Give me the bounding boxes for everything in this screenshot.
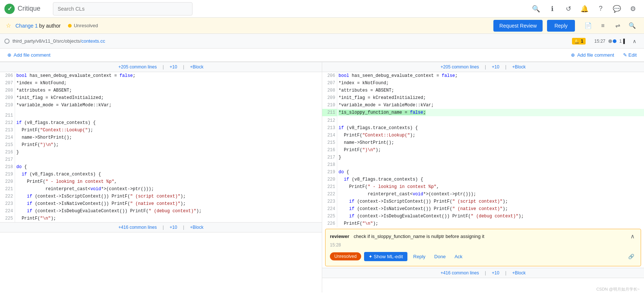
search-input[interactable] (53, 2, 193, 15)
line-content: PrintF("\n"); (15, 215, 322, 222)
diff-nav: 1 ▌ (608, 39, 626, 44)
table-row: 218do { (0, 163, 322, 171)
add-file-comment-button-right[interactable]: ⊕ Add file comment (568, 51, 617, 59)
table-row: 209*init_flag = kCreatedInitialized; (0, 94, 322, 102)
line-content: } (337, 154, 644, 161)
line-content (337, 161, 644, 168)
line-number: 224 (322, 205, 337, 213)
pencil-icon: ✎ (623, 52, 627, 58)
change-link[interactable]: Change 1 (15, 23, 38, 29)
merge-icon-btn[interactable]: ⇌ (612, 20, 623, 32)
common-lines-bottom-right-btn[interactable]: +416 common lines (438, 269, 482, 277)
common-lines-bottom-btn[interactable]: +416 common lines (115, 223, 159, 231)
link-icon-btn[interactable]: 🔗 (626, 251, 636, 262)
table-row: 207*index = kNotFound; (0, 79, 322, 87)
table-row: 208*attributes = ABSENT; (0, 87, 322, 94)
diff-dot-2 (613, 39, 616, 43)
add-comment-label-right: Add file comment (577, 52, 614, 58)
chat-icon-btn[interactable]: 💬 (610, 2, 623, 15)
unresolved-button[interactable]: Unresolved (330, 252, 361, 260)
line-number: 212 (322, 117, 337, 124)
line-number: 222 (322, 191, 337, 198)
table-row: 223 if (context->IsNativeContext()) Prin… (0, 200, 322, 207)
line-content: if (context->IsScriptContext()) PrintF("… (15, 193, 322, 200)
file-icon-btn[interactable]: 📄 (582, 20, 594, 32)
search2-icon-btn[interactable]: 🔍 (626, 20, 638, 32)
search-icon-btn[interactable]: 🔍 (529, 2, 543, 15)
table-row: 224 if (context->IsNativeContext()) Prin… (322, 205, 644, 213)
table-row: 217} (322, 154, 644, 161)
notifications-icon-btn[interactable]: 🔔 (578, 2, 591, 15)
line-number: 220 (0, 178, 15, 185)
file-header: third_party/v8/v11_0/src/objects/context… (0, 34, 644, 49)
line-content: } (15, 149, 322, 156)
info-icon-btn[interactable]: ℹ (546, 2, 559, 15)
block-bottom-btn[interactable]: +Block (187, 223, 206, 231)
common-lines-bar-top-right: +205 common lines | +10 | +Block (322, 62, 644, 72)
line-number: 211 (0, 112, 15, 119)
lines-top-right-btn[interactable]: +10 (489, 63, 502, 71)
line-number: 211 (322, 109, 337, 116)
comment-text: check if is_sloppy_function_name is null… (354, 234, 625, 239)
line-content: PrintF("\n"); (337, 220, 644, 227)
file-expand-button[interactable]: ∧ (629, 36, 640, 46)
collapse-button[interactable]: ∧ (629, 234, 636, 239)
add-comment-label: Add file comment (14, 52, 50, 58)
line-content: reinterpret_cast<void*>(context->ptr()))… (15, 185, 322, 193)
table-row: 222 reinterpret_cast<void*>(context->ptr… (322, 191, 644, 198)
add-file-comment-button[interactable]: ⊕ Add file comment (4, 51, 53, 59)
left-diff-table: 206bool has_seen_debug_evaluate_context … (0, 72, 322, 222)
table-row: 225 PrintF("\n"); (0, 215, 322, 222)
reply-top-button[interactable]: Reply (547, 20, 575, 32)
app-name: Critique (18, 5, 40, 13)
checkmark-icon: ✓ (7, 5, 12, 12)
file-count: 1 (619, 39, 622, 44)
block-top-btn[interactable]: +Block (187, 63, 206, 71)
line-number: 221 (322, 183, 337, 191)
refresh-icon-btn[interactable]: ↺ (562, 2, 575, 15)
line-content: name->ShortPrint(); (337, 139, 644, 146)
watermark: CSDN @明月如月学长~ (596, 287, 640, 292)
line-content: do { (337, 168, 644, 176)
block-top-right-btn[interactable]: +Block (509, 63, 528, 71)
line-number: 210 (322, 102, 337, 109)
diff-icon-btn[interactable]: ≡ (597, 20, 609, 32)
lines-bottom-right-btn[interactable]: +10 (489, 269, 502, 277)
line-number: 216 (322, 146, 337, 154)
table-row: 212if (v8_flags.trace_contexts) { (0, 119, 322, 127)
line-number: 223 (0, 200, 15, 207)
table-row: 206bool has_seen_debug_evaluate_context … (0, 72, 322, 79)
table-row: 224 if (context->IsDebugEvaluateContext(… (0, 207, 322, 215)
diff-container: +205 common lines | +10 | +Block 206bool… (0, 62, 644, 292)
line-number: 217 (322, 154, 337, 161)
line-number: 219 (0, 171, 15, 178)
lines-bottom-btn[interactable]: +10 (167, 223, 180, 231)
line-content: PrintF(")\n"); (15, 141, 322, 149)
table-row: 220 if (v8_flags.trace_contexts) { (322, 176, 644, 183)
help-icon-btn[interactable]: ? (594, 2, 607, 15)
edit-button[interactable]: ✎ Edit (620, 51, 640, 59)
file-path-link[interactable]: contexts.cc (81, 38, 105, 44)
common-lines-top-right-btn[interactable]: +205 common lines (438, 63, 482, 71)
line-number: 222 (0, 193, 15, 200)
ack-button[interactable]: Ack (451, 252, 465, 261)
table-row: 215 name->ShortPrint(); (322, 139, 644, 146)
request-review-button[interactable]: Request Review (493, 20, 543, 32)
lines-top-btn[interactable]: +10 (167, 63, 180, 71)
table-row: 206bool has_seen_debug_evaluate_context … (322, 72, 644, 79)
comment-author: reviewer (330, 234, 349, 239)
common-lines-bar-bottom-left: +416 common lines | +10 | +Block (0, 222, 322, 232)
status-text: Unresolved (74, 23, 98, 28)
settings-icon-btn[interactable]: ⚙ (626, 2, 640, 15)
line-number: 214 (322, 132, 337, 139)
line-content: PrintF(" - looking in context %p", (15, 178, 322, 185)
line-content: if (context->IsScriptContext()) PrintF("… (337, 198, 644, 205)
ml-edit-button[interactable]: ✦ Show ML-edit (364, 252, 407, 261)
line-number: 208 (0, 87, 15, 94)
done-button[interactable]: Done (431, 252, 449, 261)
block-bottom-right-btn[interactable]: +Block (509, 269, 528, 277)
comment-thread: reviewer check if is_sloppy_function_nam… (325, 229, 641, 266)
common-lines-top-btn[interactable]: +205 common lines (115, 63, 159, 71)
line-content: reinterpret_cast<void*>(context->ptr()))… (337, 191, 644, 198)
reply-comment-button[interactable]: Reply (410, 252, 428, 261)
